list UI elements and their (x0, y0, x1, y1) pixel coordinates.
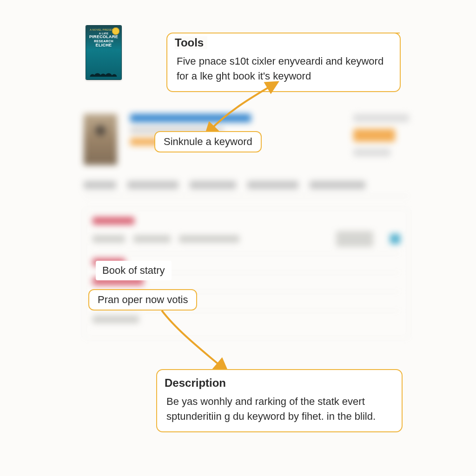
bestseller-seal-icon (112, 27, 119, 35)
highlight-pran-oper: Pran oper now votis (88, 289, 197, 311)
highlight-keyword: Sinknule a keyword (154, 131, 262, 152)
callout-tools-heading: Tools (175, 36, 207, 49)
highlight-book-text: Book of statry (102, 264, 165, 276)
callout-description-body: Be yas wonhly and rarking of the statk e… (166, 394, 392, 424)
cover-line-3: RESEARCH (94, 40, 113, 43)
cover-line-2: PIRECOLARE (89, 35, 118, 39)
cover-line-4: ELICHE (96, 43, 112, 47)
callout-tools-body: Five pnace s10t cixler enyveardi and key… (177, 54, 390, 84)
book-cover-thumbnail: A NOVEL PRESENTS A LIFE PIRECOLARE RESEA… (86, 26, 121, 79)
highlight-book-of-statry: Book of statry (96, 261, 172, 280)
callout-description: Description Be yas wonhly and rarking of… (156, 369, 403, 432)
callout-tools: Tools Five pnace s10t cixler enyveardi a… (166, 33, 401, 92)
highlight-keyword-text: Sinknule a keyword (164, 136, 252, 147)
cover-silhouette-art (90, 66, 118, 77)
highlight-pran-text: Pran oper now votis (98, 294, 188, 305)
callout-description-heading: Description (165, 377, 392, 390)
